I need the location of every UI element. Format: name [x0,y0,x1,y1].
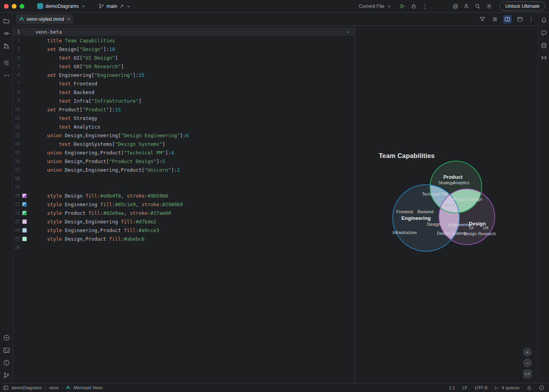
code-line[interactable]: 2 title Team Capabilities [13,36,354,45]
terminal-tool-icon[interactable] [2,345,11,355]
mermaid-preview-canvas[interactable]: Team Capabilities ProductStrategyAnalyti… [355,26,538,383]
version-control-tool-icon[interactable] [2,370,11,380]
code-line[interactable]: 23 style Design,Engineering fill:#d7bde2 [13,217,354,226]
code-editor[interactable]: 1venn-beta✓2 title Team Capabilities3 se… [13,26,355,383]
code-line[interactable]: 25 style Design,Product fill:#abebc6 [13,234,354,243]
code-line[interactable]: 16 union Design,Product["Product Design"… [13,157,354,165]
more-tool-windows-icon[interactable] [2,71,11,80]
notifications-bell-icon[interactable] [539,16,549,25]
show-editor-only-icon[interactable] [491,15,499,24]
color-swatch[interactable] [22,202,27,207]
line-number: 18 [13,176,20,181]
ide-window: demoDiagrams main ↗ Current File [0,0,549,392]
code-line[interactable]: 1venn-beta✓ [13,27,354,36]
code-line[interactable]: 21 style Engineering fill:#85c1e9, strok… [13,200,354,209]
code-line[interactable]: 22 style Product fill:#82e0aa, stroke:#2… [13,209,354,217]
ai-chat-tool-icon[interactable] [539,28,549,38]
profile-button[interactable] [463,3,469,9]
code-line[interactable]: 14 text DesignSystems["Design Systems"] [13,140,354,148]
mermaid-crumb-icon [66,385,71,390]
color-swatch[interactable] [22,211,27,215]
git-branch-icon [98,3,104,9]
zoom-in-button[interactable]: + [523,348,532,356]
project-tool-icon[interactable] [2,16,11,25]
run-config-selector[interactable]: Current File [356,2,394,10]
readonly-lock-icon[interactable] [527,385,532,390]
zoom-out-button[interactable]: − [523,359,532,367]
code-line[interactable]: 7 text Frontend [13,79,354,88]
minimize-window-button[interactable] [12,4,16,9]
tab-close-icon[interactable]: × [67,16,70,22]
code-line[interactable]: 4 text UI["UI Design"] [13,53,354,62]
code-line[interactable]: 9 text Infra["Infrastructure"] [13,96,354,105]
code-line[interactable]: 20 style Design fill:#e8b4f8, stroke:#9b… [13,191,354,200]
code-line[interactable]: 6 set Engineering["Engineering"]:25 [13,71,354,79]
structure-tool-icon[interactable] [2,58,11,67]
venn-label: Technical PM [422,192,447,196]
open-in-browser-icon[interactable] [516,15,524,24]
line-separator-widget[interactable]: LF [462,385,467,390]
color-swatch[interactable] [22,194,27,198]
code-line[interactable]: 10 set Product["Product"]:15 [13,105,354,114]
close-window-button[interactable] [4,4,9,9]
tab-venn-styled[interactable]: venn-styled.mmd × [16,14,73,24]
line-number: 9 [13,98,20,103]
code-line[interactable]: 5 text UX["UX Research"] [13,62,354,71]
code-line[interactable]: 12 text Analytics [13,122,354,131]
ide-status-icon[interactable] [539,385,544,390]
zoom-reset-button[interactable]: 1:1 [523,370,532,378]
project-widget[interactable]: demoDiagrams [35,2,89,10]
database-tool-icon[interactable] [539,41,549,50]
venn-label: Backend [418,209,434,214]
commit-tool-icon[interactable] [2,29,11,38]
line-number: 26 [13,245,20,250]
code-line[interactable]: 26 [13,243,354,252]
preview-filter-icon[interactable] [478,15,487,24]
more-actions-button[interactable]: ⋮ [422,3,428,9]
cursor-position-widget[interactable]: 1:1 [449,385,455,390]
code-line[interactable]: 8 text Backend [13,88,354,96]
line-number: 25 [13,236,20,241]
breadcrumb-folder[interactable]: venn [49,385,59,390]
editor-more-options-icon[interactable]: ⋮ [528,16,534,22]
ai-assistant-button[interactable]: @ [453,4,458,9]
code-line[interactable]: 3 set Design["Design"]:18 [13,45,354,53]
indent-widget[interactable]: 4 spaces [494,385,520,390]
line-number: 17 [13,167,20,172]
encoding-widget[interactable]: UTF-8 [474,385,487,390]
pull-requests-tool-icon[interactable] [2,41,11,51]
venn-label: UI [469,225,474,230]
problems-tool-icon[interactable] [2,358,11,367]
breadcrumb-project[interactable]: demoDiagrams [11,385,42,390]
color-swatch[interactable] [22,237,27,241]
code-line[interactable]: 17 union Design,Engineering,Product["Uni… [13,165,354,174]
search-everywhere-button[interactable] [474,3,481,9]
code-line[interactable]: 13 union Design,Engineering["Design Engi… [13,131,354,140]
run-button[interactable] [399,3,405,9]
line-number: 10 [13,107,20,112]
tool-window-layout-icon[interactable] [3,385,9,390]
unlock-ultimate-button[interactable]: Unlock Ultimate [500,2,545,11]
code-line[interactable]: 15 union Engineering,Product["Technical … [13,148,354,157]
show-editor-and-preview-icon[interactable] [503,15,512,24]
venn-label: Strategy [438,180,453,185]
code-line[interactable]: 11 text Strategy [13,114,354,122]
code-line[interactable]: 19 [13,183,354,191]
inspection-ok-icon[interactable]: ✓ [347,27,350,36]
vcs-widget[interactable]: main ↗ [96,2,134,10]
venn-label: Engineering [401,215,431,221]
code-line[interactable]: 24 style Engineering,Product fill:#a9cce… [13,226,354,234]
fullscreen-window-button[interactable] [20,4,24,9]
services-tool-icon[interactable] [2,333,11,342]
code-line[interactable]: 18 [13,174,354,183]
breadcrumb-diagram[interactable]: Mermaid Venn [74,385,103,390]
venn-label: Research [478,231,496,236]
line-number: 12 [13,124,20,129]
debug-button[interactable] [411,3,417,9]
settings-button[interactable] [486,3,492,9]
line-number: 7 [13,81,20,86]
color-swatch[interactable] [22,220,27,224]
mermaid-tool-icon[interactable] [539,53,549,63]
color-swatch[interactable] [22,228,27,232]
preview-zoom-controls: + − 1:1 [523,348,532,378]
